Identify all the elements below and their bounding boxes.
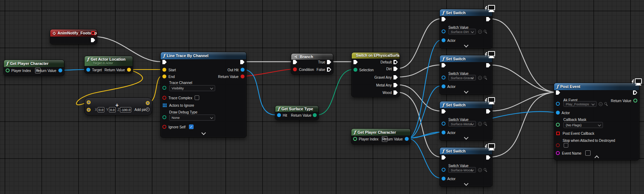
expand-chevron-icon[interactable] [595, 155, 598, 158]
dirt-exec-pin[interactable] [393, 67, 398, 71]
collapse-chevron-icon[interactable] [464, 136, 468, 139]
exec-in-pin[interactable] [293, 60, 297, 64]
event-name-pin[interactable] [556, 151, 560, 155]
exec-in-pin[interactable] [556, 90, 560, 95]
exec-in-pin[interactable] [442, 63, 446, 67]
browse-asset-icon[interactable] [484, 76, 488, 80]
out-hit-pin[interactable] [241, 68, 245, 72]
exec-out-pin[interactable] [91, 38, 95, 42]
false-exec-pin[interactable] [327, 67, 331, 72]
true-exec-pin[interactable] [327, 60, 331, 64]
condition-pin[interactable] [293, 67, 297, 71]
y-input[interactable]: 0.0 [109, 107, 116, 112]
switch-value-dropdown[interactable]: Surface-Metal [448, 121, 476, 127]
return-value-pin[interactable] [405, 137, 409, 141]
exec-out-pin[interactable] [486, 155, 490, 160]
trace-channel-dropdown[interactable]: Visibility [169, 85, 215, 91]
actor-pin[interactable] [442, 177, 445, 181]
exec-in-pin[interactable] [442, 155, 446, 160]
collapse-chevron-icon[interactable] [202, 131, 205, 134]
exec-in-pin[interactable] [353, 60, 358, 64]
x-input[interactable]: 0.0 [98, 107, 104, 112]
switch-value-pin[interactable] [442, 168, 445, 172]
return-value-pin[interactable] [58, 68, 62, 72]
node-line-trace-by-channel[interactable]: ƒ Line Trace By Channel Start End Trace … [160, 52, 247, 138]
use-selected-asset-icon[interactable] [478, 168, 482, 172]
browse-asset-icon[interactable] [484, 122, 488, 126]
node-post-event[interactable]: ƒ Post Event Ak Event Play_Footsteps Ret… [554, 83, 639, 160]
switch-value-dropdown[interactable]: Surface-Dirt [448, 29, 476, 34]
z-input[interactable]: -100.0 [120, 107, 131, 112]
trace-complex-pin[interactable] [162, 96, 166, 100]
node-set-switch-metal[interactable]: ƒ Set Switch Switch Value Surface-Metal … [439, 101, 493, 141]
start-pin[interactable] [162, 68, 166, 72]
browse-asset-icon[interactable] [484, 30, 488, 34]
node-add-vector[interactable]: + X 0.0 Y 0.0 Z -100.0 Add pin + [84, 98, 152, 115]
metal-any-exec-pin[interactable] [393, 83, 398, 87]
node-get-surface-type[interactable]: ƒ Get Surface Type Hit Return Value [275, 105, 319, 120]
default-exec-pin[interactable] [393, 60, 398, 64]
hit-pin[interactable] [277, 113, 281, 117]
use-selected-asset-icon[interactable] [599, 102, 603, 106]
stop-when-attached-checkbox[interactable] [564, 143, 568, 148]
actor-pin[interactable] [442, 38, 445, 42]
player-index-pin[interactable] [6, 68, 10, 72]
return-value-pin[interactable] [313, 113, 317, 117]
end-pin[interactable] [162, 74, 166, 78]
stop-when-attached-pin[interactable] [556, 143, 560, 147]
exec-out-pin[interactable] [240, 60, 245, 64]
draw-debug-type-dropdown[interactable]: None [169, 115, 215, 121]
node-set-switch-dirt[interactable]: ƒ Set Switch Switch Value Surface-Dirt A… [439, 9, 493, 49]
node-get-player-character-1[interactable]: ƒ Get Player Character Player Index 0 Re… [4, 60, 64, 76]
collapse-chevron-icon[interactable] [464, 90, 468, 93]
node-set-switch-gravel[interactable]: ƒ Set Switch Switch Value Surface-Gravel… [439, 55, 493, 95]
exec-out-pin[interactable] [633, 90, 637, 95]
exec-in-pin[interactable] [162, 60, 167, 64]
collapse-chevron-icon[interactable] [464, 44, 468, 46]
ak-event-dropdown[interactable]: Play_Footsteps [563, 101, 597, 107]
gravel-any-exec-pin[interactable] [393, 75, 398, 79]
actors-to-ignore-array-icon[interactable] [163, 104, 167, 107]
event-name-input[interactable] [585, 150, 591, 156]
browse-asset-icon[interactable] [484, 168, 488, 172]
ignore-self-pin[interactable] [162, 125, 166, 129]
switch-value-dropdown[interactable]: Surface-Gravel [448, 75, 476, 81]
exec-out-pin[interactable] [486, 63, 490, 67]
node-animnotify-footsteps[interactable]: ◇ AnimNotify_Footsteps [50, 29, 97, 44]
actor-pin[interactable] [442, 84, 445, 88]
callback-mask-pin[interactable] [556, 123, 560, 127]
return-value-pin[interactable] [127, 68, 131, 72]
switch-value-dropdown[interactable]: Surface-Wood [448, 167, 476, 173]
collapse-chevron-icon[interactable] [464, 182, 468, 185]
use-selected-asset-icon[interactable] [478, 76, 482, 80]
return-value-pin[interactable] [633, 99, 637, 102]
post-event-callback-pin[interactable] [556, 132, 560, 135]
use-selected-asset-icon[interactable] [478, 122, 482, 126]
trace-complex-checkbox[interactable] [195, 95, 199, 100]
add-output-pin[interactable] [146, 101, 150, 105]
blueprint-graph-canvas[interactable]: ◇ AnimNotify_Footsteps ƒ Get Player Char… [0, 0, 644, 194]
node-branch[interactable]: Branch Condition True False [291, 53, 333, 74]
wood-exec-pin[interactable] [393, 90, 398, 95]
browse-asset-icon[interactable] [604, 102, 608, 106]
ak-event-pin[interactable] [556, 102, 560, 106]
switch-value-pin[interactable] [442, 29, 445, 33]
ignore-self-checkbox[interactable]: ✓ [189, 124, 194, 129]
use-selected-asset-icon[interactable] [478, 30, 482, 34]
exec-in-pin[interactable] [442, 17, 446, 21]
node-get-player-character-2[interactable]: ƒ Get Player Character Player Index 0 Re… [351, 128, 411, 144]
switch-value-pin[interactable] [442, 122, 445, 126]
node-get-actor-location[interactable]: ƒ Get Actor Location Target is Actor Tar… [84, 56, 133, 73]
draw-debug-type-pin[interactable] [162, 115, 166, 119]
actor-pin[interactable] [556, 111, 560, 115]
add-input-a-pin[interactable] [87, 100, 91, 104]
exec-out-pin[interactable] [486, 109, 490, 113]
add-input-b-pin[interactable] [87, 108, 91, 112]
exec-in-pin[interactable] [442, 109, 446, 113]
exec-out-pin[interactable] [486, 17, 490, 21]
node-switch-on-ephysicalsurface[interactable]: Switch on EPhysicalSurface Selection Def… [351, 52, 400, 97]
switch-value-pin[interactable] [442, 76, 445, 79]
selection-pin[interactable] [353, 68, 357, 72]
add-pin-button[interactable]: + [146, 107, 150, 111]
trace-channel-pin[interactable] [162, 86, 166, 90]
